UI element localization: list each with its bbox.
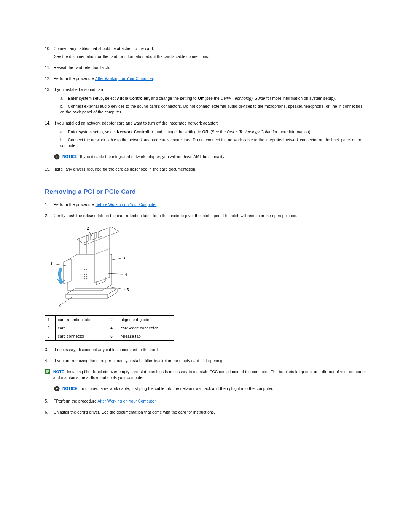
svg-point-7 xyxy=(84,272,85,272)
svg-line-26 xyxy=(62,296,73,304)
step-text: If necessary, disconnect any cables conn… xyxy=(54,348,159,352)
remove-steps: 1. Perform the procedure Before Working … xyxy=(45,202,366,219)
step-2: 2. Gently push the release tab on the ca… xyxy=(45,213,366,219)
note-icon xyxy=(45,369,51,376)
step-number: 6. xyxy=(45,409,53,415)
notice-icon xyxy=(54,154,60,161)
step-text: Uninstall the card's driver. See the doc… xyxy=(54,410,215,414)
svg-point-4 xyxy=(86,269,87,270)
notice-amt: NOTICE: If you disable the integrated ne… xyxy=(54,154,366,161)
notice-network-cable: NOTICE: To connect a network cable, firs… xyxy=(54,386,366,393)
step-number: 13. xyxy=(45,87,53,93)
callout-6: 6 xyxy=(59,303,62,308)
svg-line-23 xyxy=(110,258,121,260)
substep-b: b. Connect the network cable to the netw… xyxy=(60,137,366,149)
after-working-link[interactable]: After Working on Your Computer xyxy=(97,399,155,403)
svg-point-1 xyxy=(81,269,81,270)
step-number: 10. xyxy=(45,46,53,51)
remove-steps-cont: 3. If necessary, disconnect any cables c… xyxy=(45,347,366,380)
step-3: 3. If necessary, disconnect any cables c… xyxy=(45,347,366,353)
svg-point-17 xyxy=(81,278,81,279)
step-15: 15. Install any drivers required for the… xyxy=(45,166,366,172)
notice-text: NOTICE: If you disable the integrated ne… xyxy=(62,154,366,160)
svg-point-3 xyxy=(84,269,85,270)
substep-letter: a. xyxy=(60,129,67,135)
svg-point-6 xyxy=(83,272,83,272)
callout-legend-table: 1 card retention latch 2 alignment guide… xyxy=(45,315,174,341)
step-4: 4. If you are removing the card permanen… xyxy=(45,358,366,380)
step-text: Gently push the release tab on the card … xyxy=(54,214,298,218)
svg-point-2 xyxy=(83,269,83,270)
substep-letter: a. xyxy=(60,96,67,101)
step-text: If you installed a sound card: xyxy=(54,88,105,92)
install-steps-continued: 10. Connect any cables that should be at… xyxy=(45,46,366,149)
step-text: Reseat the card retention latch. xyxy=(54,66,110,70)
svg-point-15 xyxy=(84,276,85,277)
step-number: 1. xyxy=(45,202,53,208)
step-13-substeps: a. Enter system setup, select Audio Cont… xyxy=(60,96,366,115)
substep-a: a. Enter system setup, select Network Co… xyxy=(60,129,366,135)
substep-a: a. Enter system setup, select Audio Cont… xyxy=(60,96,366,101)
svg-point-12 xyxy=(86,274,87,275)
callout-5: 5 xyxy=(127,287,129,292)
svg-point-9 xyxy=(81,274,81,275)
note-text: NOTE: Installing filler brackets over em… xyxy=(53,369,366,380)
svg-point-5 xyxy=(81,272,81,272)
svg-point-20 xyxy=(86,278,87,279)
svg-point-13 xyxy=(81,276,81,277)
step-text-pre: Perform the procedure xyxy=(54,77,95,81)
card-removal-diagram: 1 2 3 4 5 6 xyxy=(45,224,366,312)
substep-letter: b. xyxy=(60,104,67,109)
step-14: 14. If you installed an network adapter … xyxy=(45,120,366,149)
svg-point-16 xyxy=(86,276,87,277)
step-12: 12. Perform the procedure After Working … xyxy=(45,76,366,81)
step-number: 11. xyxy=(45,65,53,70)
step-number: 12. xyxy=(45,76,53,81)
after-working-link[interactable]: After Working on Your Computer xyxy=(95,77,153,81)
step-5: 5. FPerform the procedure After Working … xyxy=(45,398,366,404)
callout-4: 4 xyxy=(125,272,127,276)
step-1: 1. Perform the procedure Before Working … xyxy=(45,202,366,208)
section-heading-removing: Removing a PCI or PCIe Card xyxy=(45,187,366,197)
step-text: Install any drivers required for the car… xyxy=(54,167,196,171)
notice-icon xyxy=(54,386,60,393)
table-row: 5 card connector 6 release tab xyxy=(45,332,174,341)
step-number: 3. xyxy=(45,347,53,353)
callout-1: 1 xyxy=(51,261,53,266)
install-steps-final: 15. Install any drivers required for the… xyxy=(45,166,366,172)
step-text-post: . xyxy=(153,77,154,81)
step-subtext: See the documentation for the card for i… xyxy=(54,54,366,59)
step-number: 4. xyxy=(45,358,53,364)
step-11: 11. Reseat the card retention latch. xyxy=(45,65,366,70)
step-10: 10. Connect any cables that should be at… xyxy=(45,46,366,59)
callout-2: 2 xyxy=(87,226,89,230)
svg-point-19 xyxy=(84,278,85,279)
before-working-link[interactable]: Before Working on Your Computer xyxy=(96,203,157,207)
step-number: 2. xyxy=(45,213,53,219)
substep-b: b. Connect external audio devices to the… xyxy=(60,104,366,115)
substep-letter: b. xyxy=(60,137,67,143)
table-row: 3 card 4 card-edge connector xyxy=(45,324,174,332)
step-text: If you installed an network adapter card… xyxy=(54,121,218,125)
table-row: 1 card retention latch 2 alignment guide xyxy=(45,316,174,324)
step-13: 13. If you installed a sound card: a. En… xyxy=(45,87,366,115)
svg-line-24 xyxy=(108,273,123,274)
step-number: 14. xyxy=(45,120,53,126)
step-text: Connect any cables that should be attach… xyxy=(54,46,154,51)
step-6: 6. Uninstall the card's driver. See the … xyxy=(45,409,366,415)
svg-point-18 xyxy=(83,278,83,279)
step-number: 15. xyxy=(45,166,53,172)
svg-point-11 xyxy=(84,274,85,275)
notice-text: NOTICE: To connect a network cable, firs… xyxy=(62,386,366,391)
step-number: 5. xyxy=(45,398,53,404)
note-filler-bracket: NOTE: Installing filler brackets over em… xyxy=(45,369,366,380)
step-14-substeps: a. Enter system setup, select Network Co… xyxy=(60,129,366,149)
step-text: If you are removing the card permanently… xyxy=(54,359,224,363)
remove-steps-final: 5. FPerform the procedure After Working … xyxy=(45,398,366,415)
svg-point-14 xyxy=(83,276,83,277)
svg-point-10 xyxy=(83,274,83,275)
svg-point-8 xyxy=(86,272,87,272)
callout-3: 3 xyxy=(123,256,125,260)
